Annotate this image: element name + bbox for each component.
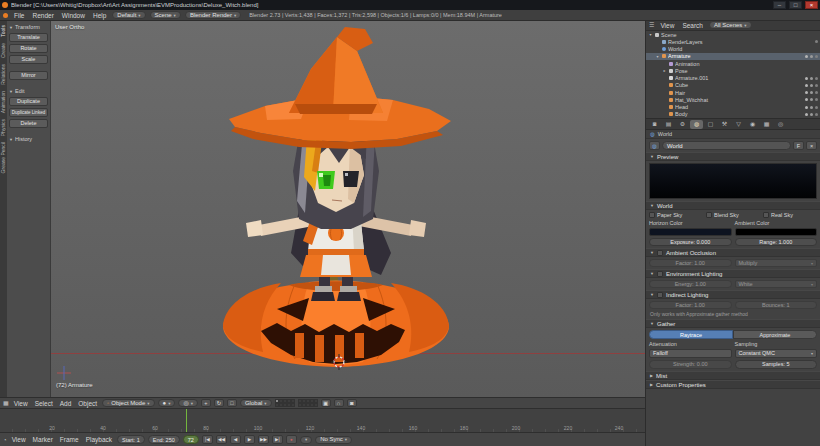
transform-panel-header[interactable]: ▼Transform <box>9 23 48 31</box>
menu-window[interactable]: Window <box>60 12 87 19</box>
eye-icon[interactable] <box>805 55 808 58</box>
3d-viewport[interactable]: User Ortho (72) Armature <box>51 21 645 397</box>
close-button[interactable]: × <box>805 1 818 9</box>
outliner-row-cube[interactable]: Cube <box>646 82 820 89</box>
play-reverse-button[interactable]: ◀ <box>230 435 241 444</box>
pumpkin-model[interactable] <box>223 267 449 367</box>
next-keyframe-button[interactable]: ▶▶ <box>258 435 269 444</box>
manipulator-translate-icon[interactable]: + <box>201 399 211 407</box>
maximize-button[interactable]: □ <box>789 1 802 9</box>
mode-select[interactable]: ◦Object Mode▾ <box>102 399 154 407</box>
witch-model[interactable] <box>229 27 451 301</box>
select-icon[interactable] <box>810 106 813 109</box>
environment-lighting-panel-header[interactable]: ▼Environment Lighting <box>646 269 820 278</box>
timeline-ruler[interactable]: 20 40 60 80 100 120 140 160 180 200 220 … <box>0 408 645 432</box>
menu-frame[interactable]: Frame <box>58 436 81 443</box>
blend-sky-checkbox[interactable]: Blend Sky <box>706 212 760 218</box>
preview-panel-header[interactable]: ▼Preview <box>646 152 820 161</box>
lock-icon[interactable]: ▣ <box>321 399 331 407</box>
menu-render[interactable]: Render <box>30 12 55 19</box>
render-icon[interactable] <box>815 91 818 94</box>
layers-widget[interactable] <box>275 399 295 407</box>
strength-slider[interactable]: Strength: 0.00 <box>649 360 732 369</box>
translate-button[interactable]: Translate <box>9 33 48 42</box>
scene-select[interactable]: Scene▾ <box>150 11 181 19</box>
timeline-editor-icon[interactable]: ◔ <box>3 436 7 444</box>
env-color-select[interactable]: White▾ <box>735 280 818 288</box>
end-frame-field[interactable]: End: 250 <box>148 435 180 444</box>
outliner-row-armature[interactable]: ▾Armature <box>646 53 820 60</box>
select-icon[interactable] <box>810 84 813 87</box>
tab-material[interactable]: ◉ <box>746 120 759 129</box>
falloff-toggle[interactable]: Falloff <box>649 349 732 358</box>
outliner-display-mode-select[interactable]: All Scenes▾ <box>709 21 752 29</box>
eye-icon[interactable] <box>805 91 808 94</box>
mist-panel-header[interactable]: ▶Mist <box>646 371 820 380</box>
outliner-row-head[interactable]: Head <box>646 103 820 110</box>
shelf-tab-tools[interactable]: Tools <box>0 25 7 37</box>
tab-render-layers[interactable]: ▤ <box>662 120 675 129</box>
jump-to-end-button[interactable]: ▶| <box>272 435 283 444</box>
render-opengl-icon[interactable]: ◙ <box>347 399 357 407</box>
world-panel-header[interactable]: ▼World <box>646 201 820 210</box>
menu-file[interactable]: File <box>12 12 26 19</box>
outliner-menu-search[interactable]: Search <box>680 22 705 29</box>
outliner-row-animation[interactable]: Animation <box>646 60 820 67</box>
outliner-row-pose[interactable]: ▸Pose <box>646 67 820 74</box>
render-engine-select[interactable]: Blender Render▾ <box>185 11 241 19</box>
mirror-button[interactable]: Mirror <box>9 71 48 80</box>
history-panel-header[interactable]: ▼History <box>9 135 48 143</box>
render-icon[interactable] <box>815 77 818 80</box>
sync-select[interactable]: No Sync▾ <box>315 436 352 444</box>
select-icon[interactable] <box>810 77 813 80</box>
editor-type-icon[interactable]: ▦ <box>3 399 9 407</box>
ao-factor-slider[interactable]: Factor: 1.00 <box>649 259 732 267</box>
ambient-color-swatch[interactable] <box>735 228 818 236</box>
expand-icon[interactable]: ▾ <box>655 54 660 59</box>
keying-set-select[interactable]: ▾ <box>300 436 312 444</box>
menu-help[interactable]: Help <box>91 12 108 19</box>
exposure-slider[interactable]: Exposure: 0.000 <box>649 238 732 246</box>
prev-keyframe-button[interactable]: ◀◀ <box>216 435 227 444</box>
sampling-method-select[interactable]: Constant QMC▾ <box>735 349 818 358</box>
viewport-shading-select[interactable]: ●▾ <box>158 399 176 407</box>
unlink-button[interactable]: × <box>806 141 817 150</box>
select-icon[interactable] <box>810 91 813 94</box>
menu-marker[interactable]: Marker <box>31 436 55 443</box>
paper-sky-checkbox[interactable]: Paper Sky <box>649 212 703 218</box>
ambient-occlusion-panel-header[interactable]: ▼Ambient Occlusion <box>646 248 820 257</box>
indirect-bounces-slider[interactable]: Bounces: 1 <box>735 301 818 309</box>
real-sky-checkbox[interactable]: Real Sky <box>763 212 817 218</box>
render-icon[interactable] <box>815 106 818 109</box>
layers-widget-2[interactable] <box>298 399 318 407</box>
menu-view[interactable]: View <box>10 436 28 443</box>
delete-button[interactable]: Delete <box>9 119 48 128</box>
outliner-row-renderlayers[interactable]: RenderLayers <box>646 38 820 45</box>
outliner-menu-view[interactable]: View <box>658 22 676 29</box>
indirect-lighting-panel-header[interactable]: ▼Indirect Lighting <box>646 290 820 299</box>
eye-icon[interactable] <box>805 113 808 116</box>
blender-menu-icon[interactable] <box>3 13 8 18</box>
shelf-tab-grease-pencil[interactable]: Grease Pencil <box>0 142 7 173</box>
current-frame-field[interactable]: 72 <box>183 435 199 444</box>
tab-world[interactable]: ◍ <box>690 120 703 129</box>
gather-raytrace-button[interactable]: Raytrace <box>649 330 733 339</box>
custom-properties-panel-header[interactable]: ▶Custom Properties <box>646 380 820 389</box>
outliner-row-world[interactable]: World <box>646 45 820 52</box>
checkbox-icon[interactable] <box>657 271 663 277</box>
auto-keyframe-record-button[interactable]: ● <box>286 435 297 444</box>
samples-slider[interactable]: Samples: 5 <box>735 360 818 369</box>
outliner-row-hat[interactable]: Hat_Witchhat <box>646 96 820 103</box>
fake-user-button[interactable]: F <box>793 141 804 150</box>
duplicate-linked-button[interactable]: Duplicate Linked <box>9 108 48 117</box>
browse-world-icon[interactable]: ◍ <box>649 141 660 150</box>
expand-icon[interactable]: ▾ <box>648 32 653 37</box>
edit-panel-header[interactable]: ▼Edit <box>9 87 48 95</box>
menu-object[interactable]: Object <box>76 400 99 407</box>
env-energy-slider[interactable]: Energy: 1.00 <box>649 280 732 288</box>
screen-layout-select[interactable]: Default▾ <box>112 11 145 19</box>
outliner-editor-icon[interactable]: ☰ <box>649 21 654 29</box>
select-icon[interactable] <box>810 113 813 116</box>
horizon-color-swatch[interactable] <box>649 228 732 236</box>
shelf-tab-relations[interactable]: Relations <box>0 64 7 85</box>
